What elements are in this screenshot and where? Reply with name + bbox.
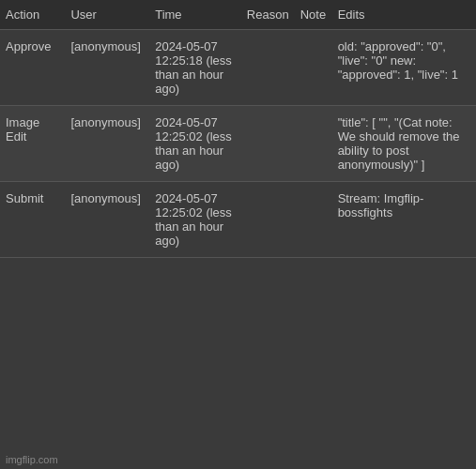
col-header-reason: Reason <box>241 0 295 30</box>
cell-reason <box>241 182 295 258</box>
cell-note <box>295 182 332 258</box>
table-row: Submit[anonymous]2024-05-07 12:25:02 (le… <box>0 182 476 258</box>
cell-user: [anonymous] <box>65 30 149 106</box>
watermark: imgflip.com <box>6 454 58 465</box>
col-header-edits: Edits <box>332 0 476 30</box>
cell-action: Approve <box>0 30 65 106</box>
table-row: Image Edit[anonymous]2024-05-07 12:25:02… <box>0 106 476 182</box>
col-header-action: Action <box>0 0 65 30</box>
cell-edits: "title": [ "", "(Cat note: We should rem… <box>332 106 476 182</box>
cell-user: [anonymous] <box>65 106 149 182</box>
col-header-note: Note <box>295 0 332 30</box>
cell-reason <box>241 30 295 106</box>
cell-reason <box>241 106 295 182</box>
cell-edits: Stream: Imgflip-bossfights <box>332 182 476 258</box>
cell-note <box>295 106 332 182</box>
col-header-time: Time <box>149 0 241 30</box>
cell-note <box>295 30 332 106</box>
cell-time: 2024-05-07 12:25:02 (less than an hour a… <box>149 106 241 182</box>
cell-edits: old: "approved": "0", "live": "0" new: "… <box>332 30 476 106</box>
cell-action: Image Edit <box>0 106 65 182</box>
col-header-user: User <box>65 0 149 30</box>
table-row: Approve[anonymous]2024-05-07 12:25:18 (l… <box>0 30 476 106</box>
cell-time: 2024-05-07 12:25:02 (less than an hour a… <box>149 182 241 258</box>
cell-user: [anonymous] <box>65 182 149 258</box>
cell-action: Submit <box>0 182 65 258</box>
cell-time: 2024-05-07 12:25:18 (less than an hour a… <box>149 30 241 106</box>
